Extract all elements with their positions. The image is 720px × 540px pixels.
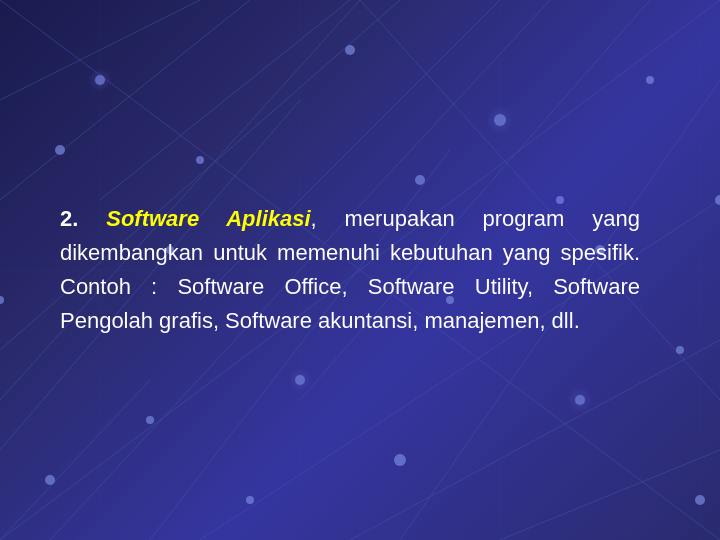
svg-point-32 [146, 416, 154, 424]
item-number: 2. [60, 206, 78, 231]
svg-line-9 [350, 340, 720, 540]
svg-point-41 [415, 175, 425, 185]
svg-line-16 [0, 0, 360, 400]
svg-line-5 [0, 0, 250, 200]
svg-point-26 [494, 114, 506, 126]
svg-point-44 [88, 68, 112, 92]
svg-point-31 [295, 375, 305, 385]
svg-point-46 [288, 368, 312, 392]
main-content: 2. Software Aplikasi, merupakan program … [60, 202, 640, 338]
svg-line-17 [360, 0, 720, 400]
svg-point-35 [394, 454, 406, 466]
svg-line-0 [0, 0, 200, 100]
slide-background: 2. Software Aplikasi, merupakan program … [0, 0, 720, 540]
svg-point-24 [196, 156, 204, 164]
svg-line-12 [0, 380, 150, 540]
svg-line-1 [100, 0, 350, 200]
svg-line-10 [500, 450, 720, 540]
highlighted-term: Software Aplikasi [106, 206, 310, 231]
paragraph: 2. Software Aplikasi, merupakan program … [60, 202, 640, 338]
svg-point-34 [246, 496, 254, 504]
svg-point-27 [646, 76, 654, 84]
svg-point-38 [695, 495, 705, 505]
svg-point-28 [715, 195, 720, 205]
svg-point-42 [55, 145, 65, 155]
svg-point-36 [575, 395, 585, 405]
svg-point-45 [486, 106, 514, 134]
svg-point-33 [45, 475, 55, 485]
svg-line-3 [300, 0, 650, 400]
svg-point-37 [676, 346, 684, 354]
svg-point-39 [0, 296, 4, 304]
svg-point-25 [345, 45, 355, 55]
svg-point-47 [567, 387, 593, 413]
svg-point-23 [95, 75, 105, 85]
